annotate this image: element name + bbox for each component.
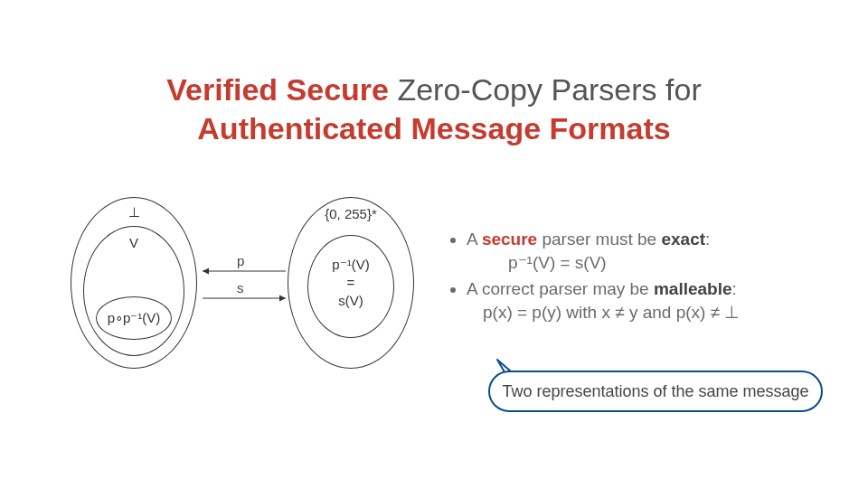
right-inner-line3: s(V) [322,293,380,308]
title-emph-2: Authenticated Message Formats [197,111,670,145]
left-inner-label: p∘p⁻¹(V) [96,310,172,326]
bullet-list: A secure parser must be exact: p⁻¹(V) = … [450,228,843,328]
b1-post: parser must be [537,230,661,249]
b2-pre: A correct parser may be [467,279,654,298]
right-outer-label: {0, 255}* [316,206,385,221]
arrow-group: p s [195,255,289,318]
b1-eq: p⁻¹(V) = s(V) [467,251,843,275]
left-outer-label: ⊥ [123,204,145,221]
b1-secure: secure [482,230,537,249]
b1-colon: : [705,230,710,249]
arrow-s-label: s [237,280,244,296]
slide: Verified Secure Zero-Copy Parsers for Au… [0,0,868,488]
b2-colon: : [732,279,737,298]
b1-pre: A [467,230,482,249]
arrow-p-label: p [237,253,244,268]
callout-bubble: Two representations of the same message [488,371,823,412]
bullet-1: A secure parser must be exact: p⁻¹(V) = … [467,228,843,274]
slide-title: Verified Secure Zero-Copy Parsers for Au… [0,70,868,147]
set-diagram: ⊥ V p∘p⁻¹(V) {0, 255}* p⁻¹(V) = s(V) p s [71,197,432,387]
bullet-2: A correct parser may be malleable: p(x) … [467,277,843,324]
right-inner-line1: p⁻¹(V) [322,257,380,273]
left-mid-label: V [125,235,143,250]
title-plain-1: Zero-Copy Parsers for [389,72,702,107]
callout-text: Two representations of the same message [502,382,808,401]
b2-malleable: malleable [654,279,732,298]
b1-exact: exact [661,230,705,249]
b2-eq: p(x) = p(y) with x ≠ y and p(x) ≠ ⊥ [467,301,843,324]
right-inner-line2: = [322,275,380,290]
title-emph-1: Verified Secure [166,72,389,107]
